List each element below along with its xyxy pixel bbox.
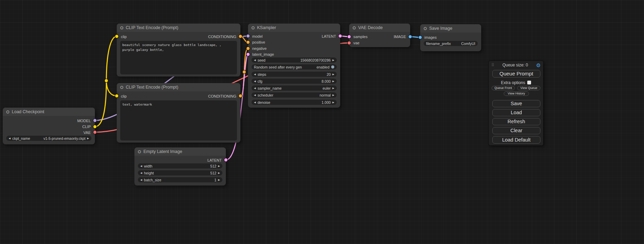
decrement-arrow-icon[interactable] [9,137,10,139]
decrement-arrow-icon[interactable] [254,80,256,82]
decrement-arrow-icon[interactable] [254,87,256,89]
decrement-arrow-icon[interactable] [254,73,256,75]
widget-label: height [144,171,154,175]
increment-arrow-icon[interactable] [333,73,334,75]
node-empty-latent-image[interactable]: Empty Latent Image LATENT width 512 heig… [134,147,226,186]
decrement-arrow-icon[interactable] [254,101,256,103]
slot-dot-vae-decode-samples-input[interactable] [348,35,351,38]
slot-dot-save-image-images-input[interactable] [419,36,422,39]
slot-dot-ksampler-latent-output[interactable] [339,35,342,38]
slot-dot-checkpoint-vae-output[interactable] [94,131,97,134]
slot-dot-negative-conditioning-output[interactable] [239,94,242,98]
reroute-dot-conditioning[interactable] [243,71,246,74]
decrement-arrow-icon[interactable] [140,165,142,167]
slot-dot-empty-latent-output[interactable] [224,159,228,162]
increment-arrow-icon[interactable] [333,87,334,89]
ckpt-name-widget[interactable]: ckpt_name v1-5-pruned-emaonly.ckpt [6,136,91,141]
load-default-button[interactable]: Load Default [492,136,540,144]
slot-dot-ksampler-negative-input[interactable] [247,47,250,50]
extra-options-checkbox[interactable] [527,81,531,84]
node-title-bar[interactable]: Empty Latent Image [134,147,226,156]
toggle-knob-icon[interactable] [331,65,334,69]
slot-dot-negative-clip-input[interactable] [115,94,118,98]
output-slot-label-conditioning: CONDITIONING [208,35,236,39]
collapse-dot-icon[interactable] [6,110,9,114]
decrement-arrow-icon[interactable] [140,179,142,181]
collapse-dot-icon[interactable] [120,86,123,89]
widget-label: scheduler [257,93,273,97]
input-slot-label-vae: vae [353,41,360,45]
scheduler-widget[interactable]: scheduler normal [252,92,337,98]
prompt-text-area[interactable]: beautiful scenery nature glass bottle la… [120,41,237,74]
slot-dot-vae-decode-image-output[interactable] [409,35,412,38]
decrement-arrow-icon[interactable] [254,59,256,61]
increment-arrow-icon[interactable] [218,172,220,174]
collapse-dot-icon[interactable] [252,26,255,29]
settings-gear-icon[interactable]: ⚙ [536,63,541,68]
node-load-checkpoint[interactable]: Load Checkpoint MODEL CLIP VAE ckpt_name… [3,108,95,144]
slot-dot-positive-clip-input[interactable] [115,35,118,38]
drag-handle-icon[interactable]: ⠿ [491,63,494,67]
cfg-widget[interactable]: cfg 8.000 [252,79,337,84]
node-title-bar[interactable]: CLIP Text Encode (Prompt) [117,83,240,91]
node-title: CLIP Text Encode (Prompt) [126,85,178,90]
node-ksampler[interactable]: KSampler model LATENT positive negative … [248,24,340,108]
node-save-image[interactable]: Save Image images filename_prefix ComfyU… [420,24,481,51]
increment-arrow-icon[interactable] [218,165,220,167]
node-title-bar[interactable]: VAE Decode [349,24,410,32]
batch-size-widget[interactable]: batch_size 1 [138,177,222,182]
increment-arrow-icon[interactable] [87,137,89,139]
refresh-button[interactable]: Refresh [492,118,540,125]
width-widget[interactable]: width 512 [138,163,222,169]
filename-prefix-widget[interactable]: filename_prefix ComfyUI [424,41,478,46]
slot-dot-checkpoint-clip-output[interactable] [94,125,97,128]
increment-arrow-icon[interactable] [333,101,334,103]
increment-arrow-icon[interactable] [333,59,334,61]
node-title-bar[interactable]: KSampler [248,24,340,32]
slot-dot-positive-conditioning-output[interactable] [239,35,242,38]
increment-arrow-icon[interactable] [218,179,220,181]
collapse-dot-icon[interactable] [353,26,356,29]
slot-dot-ksampler-model-input[interactable] [247,35,250,38]
decrement-arrow-icon[interactable] [254,94,256,96]
decrement-arrow-icon[interactable] [140,172,142,174]
steps-widget[interactable]: steps 20 [252,72,337,77]
prompt-text-area[interactable]: text, watermark [120,100,237,141]
node-title-bar[interactable]: CLIP Text Encode (Prompt) [117,24,240,32]
node-clip-text-encode-negative[interactable]: CLIP Text Encode (Prompt) clip CONDITION… [117,83,240,143]
slot-dot-ksampler-latent-image-input[interactable] [247,53,250,56]
queue-prompt-button[interactable]: Queue Prompt [492,70,540,78]
node-title-bar[interactable]: Load Checkpoint [3,108,95,116]
input-slot-label-latent-image: latent_image [252,52,274,56]
reroute-dot-clip[interactable] [105,79,108,82]
node-vae-decode[interactable]: VAE Decode samples IMAGE vae [349,24,410,47]
node-title-bar[interactable]: Save Image [420,24,481,33]
slot-row: vae [353,40,406,46]
node-clip-text-encode-positive[interactable]: CLIP Text Encode (Prompt) clip CONDITION… [117,24,240,76]
queue-front-button[interactable]: Queue Front [492,86,515,90]
clear-button[interactable]: Clear [492,127,540,134]
slot-row: latent_image [252,51,336,57]
increment-arrow-icon[interactable] [333,94,334,96]
seed-widget[interactable]: seed 156680208700286 [252,57,337,63]
collapse-dot-icon[interactable] [138,150,141,153]
save-button[interactable]: Save [492,100,540,107]
input-slot-label-clip: clip [121,94,127,98]
node-title: KSampler [257,25,276,30]
collapse-dot-icon[interactable] [424,27,427,30]
denoise-widget[interactable]: denoise 1.000 [252,100,337,105]
slot-dot-checkpoint-model-output[interactable] [94,119,97,122]
node-graph-canvas[interactable]: Load Checkpoint MODEL CLIP VAE ckpt_name… [0,0,644,244]
view-queue-button[interactable]: View Queue [517,86,540,90]
widget-value: 512 [210,164,217,168]
random-seed-toggle-widget[interactable]: Random seed after every gen enabled [252,64,337,70]
view-history-button[interactable]: View History [504,91,529,96]
slot-dot-ksampler-positive-input[interactable] [247,41,250,44]
increment-arrow-icon[interactable] [333,80,334,82]
load-button[interactable]: Load [492,109,540,116]
height-widget[interactable]: height 512 [138,170,222,175]
sampler-name-widget[interactable]: sampler_name euler [252,85,337,91]
widget-value: 1.000 [321,100,330,105]
collapse-dot-icon[interactable] [120,26,123,29]
slot-dot-vae-decode-vae-input[interactable] [348,42,351,45]
